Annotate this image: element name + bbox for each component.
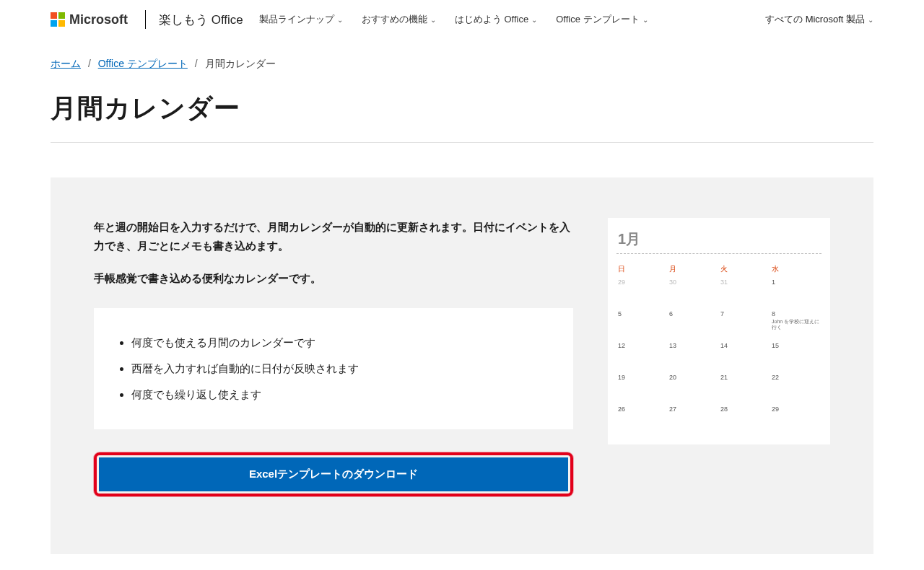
calendar-header-wed: 水	[770, 261, 821, 277]
calendar-cell: 29	[616, 277, 668, 309]
calendar-cell: 27	[668, 404, 719, 436]
calendar-cell: 12	[616, 341, 668, 372]
microsoft-logo-icon	[51, 12, 65, 27]
lead-text-2: 手帳感覚で書き込める便利なカレンダーです。	[94, 269, 573, 288]
calendar-cell: 14	[719, 341, 770, 372]
site-name[interactable]: 楽しもう Office	[159, 12, 243, 28]
microsoft-logo[interactable]: Microsoft	[51, 12, 128, 27]
calendar-cell: 26	[616, 404, 668, 436]
nav-item-lineup[interactable]: 製品ラインナップ ⌄	[259, 13, 343, 26]
chevron-down-icon: ⌄	[430, 16, 436, 24]
title-divider	[51, 142, 873, 143]
nav-item-templates[interactable]: Office テンプレート ⌄	[556, 13, 648, 26]
calendar-cell: 31	[719, 277, 770, 309]
nav-item-label: 製品ラインナップ	[259, 13, 334, 26]
feature-item: 何度でも繰り返し使えます	[131, 386, 552, 403]
breadcrumb-home[interactable]: ホーム	[51, 58, 81, 69]
calendar-cell: 19	[616, 372, 668, 404]
calendar-header-tue: 火	[719, 261, 770, 277]
breadcrumb-templates[interactable]: Office テンプレート	[98, 58, 188, 69]
chevron-down-icon: ⌄	[337, 16, 343, 24]
chevron-down-icon: ⌄	[531, 16, 537, 24]
calendar-table: 日 月 火 水 29303115678John を学校に迎えに行く1213141…	[616, 261, 821, 436]
calendar-cell: 29	[770, 404, 821, 436]
download-highlight: Excelテンプレートのダウンロード	[94, 452, 573, 496]
calendar-cell: 22	[770, 372, 821, 404]
feature-item: 西暦を入力すれば自動的に日付が反映されます	[131, 360, 552, 377]
calendar-cell: 20	[668, 372, 719, 404]
calendar-cell-note: John を学校に迎えに行く	[772, 319, 820, 330]
calendar-cell: 7	[719, 309, 770, 341]
breadcrumb-sep: /	[88, 58, 91, 69]
calendar-cell: 1	[770, 277, 821, 309]
nav-divider	[145, 10, 146, 29]
calendar-month-title: 1月	[616, 229, 821, 249]
nav-item-label: おすすめの機能	[362, 13, 427, 26]
breadcrumb-current: 月間カレンダー	[205, 58, 276, 69]
calendar-cell: 6	[668, 309, 719, 341]
top-nav: Microsoft 楽しもう Office 製品ラインナップ ⌄ おすすめの機能…	[51, 0, 873, 39]
chevron-down-icon: ⌄	[868, 16, 873, 24]
lead-text-1: 年と週の開始日を入力するだけで、月間カレンダーが自動的に更新されます。日付にイベ…	[94, 218, 573, 255]
calendar-preview: 1月 日 月 火 水 29303115678John を学校に迎えに行く1213…	[608, 218, 830, 444]
feature-list-box: 何度でも使える月間のカレンダーです 西暦を入力すれば自動的に日付が反映されます …	[94, 308, 573, 429]
breadcrumb-sep: /	[195, 58, 198, 69]
template-description: 年と週の開始日を入力するだけで、月間カレンダーが自動的に更新されます。日付にイベ…	[94, 218, 573, 496]
calendar-divider	[616, 253, 821, 254]
breadcrumb: ホーム / Office テンプレート / 月間カレンダー	[51, 58, 873, 71]
microsoft-logo-text: Microsoft	[69, 12, 128, 27]
calendar-cell: 13	[668, 341, 719, 372]
calendar-header-sun: 日	[616, 261, 668, 277]
nav-all-products-label: すべての Microsoft 製品	[765, 13, 865, 26]
template-panel: 年と週の開始日を入力するだけで、月間カレンダーが自動的に更新されます。日付にイベ…	[51, 177, 873, 554]
calendar-cell: 21	[719, 372, 770, 404]
nav-item-label: Office テンプレート	[556, 13, 639, 26]
calendar-cell: 30	[668, 277, 719, 309]
download-excel-button[interactable]: Excelテンプレートのダウンロード	[99, 457, 568, 491]
nav-item-features[interactable]: おすすめの機能 ⌄	[362, 13, 436, 26]
nav-items: 製品ラインナップ ⌄ おすすめの機能 ⌄ はじめよう Office ⌄ Offi…	[259, 13, 648, 26]
calendar-header-mon: 月	[668, 261, 719, 277]
chevron-down-icon: ⌄	[642, 16, 648, 24]
calendar-cell: 8John を学校に迎えに行く	[770, 309, 821, 341]
nav-all-products[interactable]: すべての Microsoft 製品 ⌄	[765, 13, 873, 26]
nav-item-getstarted[interactable]: はじめよう Office ⌄	[455, 13, 537, 26]
page-title: 月間カレンダー	[51, 91, 873, 126]
nav-item-label: はじめよう Office	[455, 13, 528, 26]
calendar-cell: 28	[719, 404, 770, 436]
calendar-cell: 5	[616, 309, 668, 341]
calendar-cell: 15	[770, 341, 821, 372]
feature-item: 何度でも使える月間のカレンダーです	[131, 334, 552, 351]
